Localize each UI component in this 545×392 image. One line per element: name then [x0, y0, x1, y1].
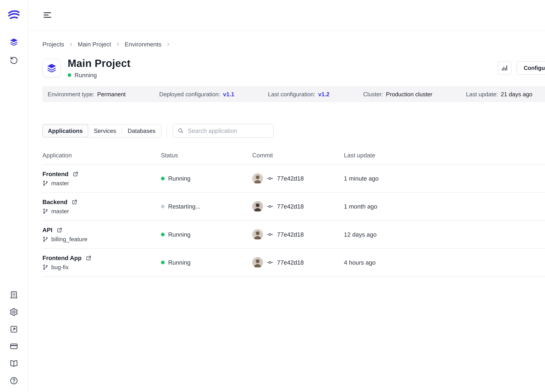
- status-text: Running: [168, 231, 191, 238]
- info-value: Permanent: [97, 91, 126, 97]
- last-update: 1 minute ago: [344, 175, 545, 182]
- status-cell: Restarting...: [161, 203, 252, 210]
- header-actions: Configuration Actions: [498, 61, 545, 75]
- column-status: Status: [161, 152, 252, 159]
- info-last-configuration: Last configuration: v1.2: [268, 91, 329, 97]
- search-input[interactable]: [173, 124, 274, 138]
- page-header: Main Project Running Configuration Actio…: [42, 57, 545, 79]
- last-configuration-link[interactable]: v1.2: [318, 91, 329, 97]
- status-cell: Running: [161, 231, 252, 238]
- topbar: [28, 0, 545, 30]
- commit-cell: 77e42d18: [252, 173, 344, 184]
- application-name[interactable]: Backend: [42, 199, 68, 205]
- chevron-right-icon: [116, 42, 120, 47]
- page-title: Main Project: [68, 57, 130, 69]
- column-last-update: Last update: [344, 152, 545, 159]
- column-application: Application: [42, 152, 161, 159]
- history-icon[interactable]: [9, 56, 18, 65]
- committer-avatar: [252, 173, 263, 184]
- external-link-icon[interactable]: [73, 171, 79, 177]
- hamburger-menu-icon[interactable]: [42, 10, 52, 20]
- application-cell: Frontend master: [42, 170, 161, 187]
- status-cell: Running: [161, 175, 252, 182]
- tab-applications[interactable]: Applications: [42, 124, 88, 138]
- committer-avatar: [252, 229, 263, 240]
- git-branch-icon: [42, 180, 48, 186]
- commit-hash[interactable]: 77e42d18: [277, 203, 304, 210]
- git-commit-icon: [267, 203, 273, 210]
- deployed-configuration-link[interactable]: v1.1: [223, 91, 234, 97]
- configuration-button[interactable]: Configuration: [517, 61, 545, 75]
- last-update: 4 hours ago: [344, 259, 545, 266]
- git-branch-icon: [42, 236, 48, 242]
- application-name[interactable]: Frontend App: [42, 254, 81, 261]
- branch-name: master: [51, 208, 69, 215]
- commit-hash[interactable]: 77e42d18: [277, 175, 304, 182]
- billing-credit-card-icon[interactable]: [9, 342, 18, 351]
- status-dot: [161, 261, 165, 264]
- breadcrumb-projects[interactable]: Projects: [42, 41, 64, 48]
- branch-name: billing_feature: [51, 236, 87, 242]
- chevron-right-icon: [68, 42, 73, 47]
- column-commit: Commit: [252, 152, 344, 159]
- info-environment-type: Environment type: Permanent: [48, 91, 126, 97]
- documentation-book-icon[interactable]: [9, 359, 18, 368]
- breadcrumb-environments[interactable]: Environments: [125, 41, 161, 48]
- external-link-icon[interactable]: [72, 199, 78, 205]
- breadcrumb: Projects Main Project Environments: [42, 41, 545, 48]
- environment-status: Running: [68, 72, 130, 79]
- commit-cell: 77e42d18: [252, 257, 344, 268]
- committer-avatar: [252, 257, 263, 268]
- commit-cell: 77e42d18: [252, 229, 344, 240]
- git-commit-icon: [267, 259, 273, 266]
- git-branch-icon: [42, 264, 48, 270]
- branch-name: master: [51, 180, 69, 187]
- brand-logo-icon[interactable]: [7, 8, 21, 22]
- application-name[interactable]: API: [42, 227, 52, 234]
- tab-services[interactable]: Services: [88, 124, 122, 137]
- tab-databases[interactable]: Databases: [122, 124, 161, 137]
- status-text: Restarting...: [168, 203, 201, 210]
- commit-hash[interactable]: 77e42d18: [277, 231, 304, 238]
- status-dot: [161, 177, 165, 180]
- help-icon[interactable]: [9, 376, 18, 385]
- external-link-icon[interactable]: [56, 227, 62, 233]
- info-cluster: Cluster: Production cluster: [363, 91, 432, 97]
- table-row[interactable]: API billing_feature Running 77e42d18: [42, 221, 545, 249]
- committer-avatar: [252, 201, 263, 212]
- application-cell: API billing_feature: [42, 227, 161, 242]
- external-link-icon[interactable]: [86, 255, 92, 261]
- metrics-chart-button[interactable]: [498, 61, 511, 75]
- organization-building-icon[interactable]: [9, 290, 18, 299]
- settings-gear-icon[interactable]: [9, 308, 18, 316]
- status-cell: Running: [161, 259, 252, 266]
- sidebar: [0, 0, 28, 392]
- info-label: Last update:: [466, 91, 498, 97]
- chevron-right-icon: [166, 42, 171, 47]
- table-row[interactable]: Frontend master Running 77e42d18: [42, 165, 545, 193]
- table-row[interactable]: Backend master Restarting... 77e42d18: [42, 193, 545, 221]
- filters-row: Applications Services Databases: [42, 124, 545, 138]
- info-label: Deployed configuration:: [159, 91, 220, 97]
- application-cell: Backend master: [42, 199, 161, 215]
- info-label: Environment type:: [48, 91, 94, 97]
- status-dot: [161, 205, 165, 208]
- sidebar-nav: [9, 37, 18, 64]
- environment-info-bar: Environment type: Permanent Deployed con…: [42, 86, 545, 102]
- service-type-tabs: Applications Services Databases: [42, 124, 161, 137]
- table-row[interactable]: Frontend App bug-fix Running 77e42d18: [42, 249, 545, 277]
- commit-hash[interactable]: 77e42d18: [277, 259, 304, 266]
- git-commit-icon: [267, 175, 273, 182]
- commit-cell: 77e42d18: [252, 201, 344, 212]
- main-content: Projects Main Project Environments Main …: [28, 30, 545, 277]
- environments-layers-icon[interactable]: [9, 37, 18, 46]
- info-deployed-configuration: Deployed configuration: v1.1: [159, 91, 234, 97]
- breadcrumb-main-project[interactable]: Main Project: [78, 41, 111, 48]
- git-branch-icon: [42, 208, 48, 214]
- share-feedback-icon[interactable]: [9, 325, 18, 334]
- status-dot: [68, 73, 71, 77]
- git-commit-icon: [267, 231, 273, 238]
- info-value: Production cluster: [386, 91, 432, 97]
- last-update: 1 month ago: [344, 203, 545, 210]
- application-name[interactable]: Frontend: [42, 170, 68, 177]
